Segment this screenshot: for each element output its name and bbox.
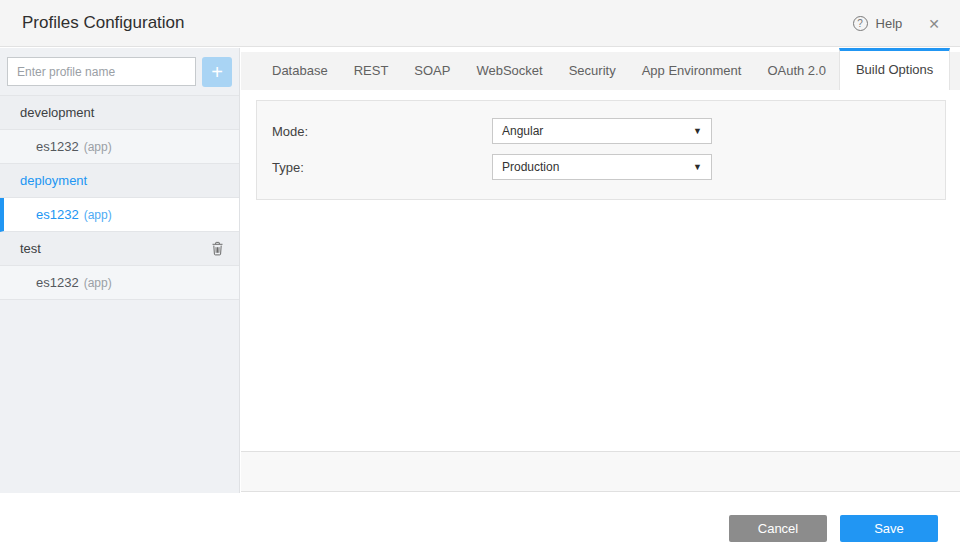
app-label: es1232	[36, 139, 79, 154]
header: Profiles Configuration ? Help ✕	[0, 0, 960, 47]
profile-app-item-selected[interactable]: es1232 (app)	[0, 198, 239, 232]
profile-label: deployment	[20, 173, 87, 188]
mode-form-row: Mode: Angular ▼	[272, 118, 945, 144]
mode-label: Mode:	[272, 124, 492, 139]
mode-select[interactable]: Angular ▼	[492, 118, 712, 144]
add-profile-row: +	[0, 48, 239, 95]
close-icon[interactable]: ✕	[928, 16, 940, 32]
type-select-value: Production	[502, 160, 559, 174]
type-form-row: Type: Production ▼	[272, 154, 945, 180]
build-options-panel: Mode: Angular ▼ Type: Production ▼	[256, 100, 946, 200]
profiles-sidebar: + development es1232 (app) deployment es…	[0, 48, 240, 493]
header-actions: ? Help ✕	[853, 0, 940, 47]
help-label: Help	[876, 16, 903, 31]
type-label: Type:	[272, 160, 492, 175]
tab-soap[interactable]: SOAP	[401, 52, 463, 90]
app-suffix: (app)	[84, 276, 112, 290]
tab-oauth[interactable]: OAuth 2.0	[754, 52, 839, 90]
dialog-button-bar: Cancel Save	[729, 515, 938, 542]
trash-icon	[211, 241, 224, 256]
tab-bar: Database REST SOAP WebSocket Security Ap…	[241, 52, 960, 90]
main-content: Database REST SOAP WebSocket Security Ap…	[241, 48, 960, 493]
tab-database[interactable]: Database	[259, 52, 341, 90]
page-title: Profiles Configuration	[22, 13, 185, 33]
profile-app-item[interactable]: es1232 (app)	[0, 266, 239, 300]
profiles-configuration-dialog: Profiles Configuration ? Help ✕ + develo…	[0, 0, 960, 560]
chevron-down-icon: ▼	[693, 126, 702, 136]
help-icon: ?	[853, 16, 868, 31]
delete-profile-button[interactable]	[211, 241, 224, 256]
app-suffix: (app)	[84, 208, 112, 222]
tab-websocket[interactable]: WebSocket	[463, 52, 555, 90]
tab-app-environment[interactable]: App Environment	[629, 52, 755, 90]
tab-rest[interactable]: REST	[341, 52, 402, 90]
app-suffix: (app)	[84, 140, 112, 154]
profile-list: development es1232 (app) deployment es12…	[0, 95, 239, 300]
profile-label: development	[20, 105, 94, 120]
profile-item-test[interactable]: test	[0, 232, 239, 266]
tab-security[interactable]: Security	[556, 52, 629, 90]
mode-select-value: Angular	[502, 124, 543, 138]
profile-app-item[interactable]: es1232 (app)	[0, 130, 239, 164]
app-label: es1232	[36, 275, 79, 290]
footer-strip	[241, 451, 960, 492]
save-button[interactable]: Save	[840, 515, 938, 542]
profile-label: test	[20, 241, 41, 256]
chevron-down-icon: ▼	[693, 162, 702, 172]
profile-item-deployment[interactable]: deployment	[0, 164, 239, 198]
type-select[interactable]: Production ▼	[492, 154, 712, 180]
cancel-button[interactable]: Cancel	[729, 515, 827, 542]
tab-build-options[interactable]: Build Options	[839, 48, 950, 90]
add-profile-button[interactable]: +	[202, 57, 232, 87]
profile-item-development[interactable]: development	[0, 96, 239, 130]
help-button[interactable]: ? Help	[853, 16, 903, 31]
profile-name-input[interactable]	[7, 57, 196, 86]
app-label: es1232	[36, 207, 79, 222]
